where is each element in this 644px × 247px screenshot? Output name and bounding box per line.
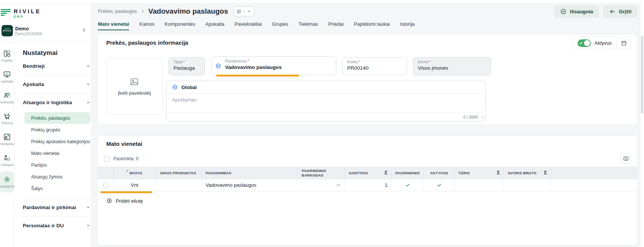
check-icon: [436, 183, 442, 188]
tab-istorija[interactable]: Istorija: [400, 19, 414, 30]
image-icon: [129, 77, 139, 87]
sidebar-item-mato-vienetai[interactable]: Mato vienetai: [23, 147, 90, 159]
tab-grupes[interactable]: Grupės: [272, 19, 288, 30]
matas-cell[interactable]: Vnt: [115, 179, 155, 191]
col-santykis[interactable]: SANTYKISΣ: [345, 167, 392, 179]
tab-priedai[interactable]: Priedai: [328, 19, 343, 30]
sidebar-group-personalas-ir-du[interactable]: Personalas ir DU: [23, 216, 90, 234]
calendar-button[interactable]: [617, 37, 631, 49]
pavadinimas-cell[interactable]: Vadovavimo paslaugos: [202, 179, 298, 191]
santykis-cell[interactable]: 1: [345, 179, 392, 191]
rail-item-apskaita[interactable]: Apskaita: [0, 67, 14, 87]
kodas-field[interactable]: Kodas* PR00140: [342, 57, 407, 75]
rail-item-pradzia[interactable]: Pradžia: [0, 46, 14, 66]
image-upload-dropzone[interactable]: Įkelti paveikslėlį: [106, 58, 162, 115]
calendar-icon: [621, 40, 627, 46]
sidebar-item-atsargu-zymos[interactable]: Atsargų žymos: [23, 171, 90, 183]
gear-icon: [3, 175, 11, 183]
check-icon: [405, 183, 411, 188]
rail-item-personalas[interactable]: Personalas: [0, 88, 14, 108]
columns-icon: [623, 156, 629, 161]
required-asterisk: *: [359, 60, 360, 64]
col-pagrindinis[interactable]: PAGRINDINIS: [392, 167, 424, 179]
sidebar-item-prekiu-apskaitos-kategorijos[interactable]: Prekių apskaitos kategorijos: [23, 136, 90, 147]
drag-handle-icon[interactable]: [336, 183, 341, 188]
sidebar-group-bendrieji[interactable]: Bendrieji: [23, 57, 90, 75]
col-svoris-bruto[interactable]: SVORIS BRUTOΣ: [504, 167, 551, 179]
required-asterisk: *: [247, 59, 249, 63]
barkodas-cell[interactable]: [298, 179, 345, 191]
sidebar-group-apskaita[interactable]: Apskaita: [23, 75, 90, 93]
rail-item-nustatymai[interactable]: Nustatymai: [0, 171, 14, 192]
sidebar-group-atsargos-ir-logistika[interactable]: Atsargos ir logistika: [23, 93, 90, 111]
board-chart-icon: [3, 70, 11, 78]
col-matas[interactable]: *MATAS: [115, 167, 155, 179]
variant-select[interactable]: -: [233, 6, 254, 16]
toggle-on-icon: [578, 39, 591, 47]
row-checkbox-cell: [98, 179, 115, 191]
page-title: Vadovavimo paslaugos: [148, 7, 228, 16]
description-language-row[interactable]: Global: [167, 81, 485, 94]
description-textarea[interactable]: Aprašymas: [167, 94, 485, 112]
scrollbar-thumb[interactable]: [641, 36, 643, 114]
row-checkbox[interactable]: [103, 182, 109, 188]
sigma-sum-icon[interactable]: Σ: [384, 170, 387, 176]
left-panel: RIVILE ERP RIVILE Demo Demo20240906: [0, 0, 92, 247]
tab-apskaita[interactable]: Apskaita: [205, 19, 224, 30]
pavadinimas-value: Vadovavimo paslaugos: [225, 64, 331, 70]
tab-mato-vienetai[interactable]: Mato vienetai: [98, 19, 129, 30]
divider: [144, 154, 144, 164]
col-pavadinimas[interactable]: PAVADINIMAS: [202, 167, 298, 179]
sidebar-item-partijos[interactable]: Partijos: [23, 159, 90, 171]
tab-komponentes[interactable]: Komponentės: [165, 19, 195, 30]
tipas-field[interactable]: Tipas* Paslauga: [168, 57, 205, 75]
sigma-sum-icon[interactable]: Σ: [497, 170, 500, 176]
resize-handle-icon[interactable]: [481, 113, 484, 120]
brand-sub: ERP: [14, 15, 41, 19]
active-toggle-label: Aktyvus: [594, 40, 612, 46]
select-all-checkbox[interactable]: [104, 156, 110, 162]
sidebar-item-salys[interactable]: Šalys: [23, 183, 90, 194]
aktyvus-cell[interactable]: [424, 179, 455, 191]
rail-item-pirkimai[interactable]: Pirkimai: [0, 109, 14, 128]
col-gpais-produktas[interactable]: GPAIS PRODUKTAS: [155, 167, 202, 179]
sidebar-group-pardavimai-ir-pirkimai[interactable]: Pardavimai ir pirkimai: [23, 198, 90, 216]
col-pagrindinis-barkodas[interactable]: PAGRINDINIS BARKODAS: [298, 167, 345, 179]
svoris-bruto-cell[interactable]: [504, 179, 551, 191]
required-asterisk: *: [183, 60, 185, 64]
tab-kainos[interactable]: Kainos: [139, 19, 154, 30]
tab-paveiksleliai[interactable]: Paveikslėliai: [235, 19, 262, 30]
sidebar-item-prekes-paslaugos[interactable]: Prekės, paslaugos: [24, 112, 90, 124]
rail-item-pardavimai[interactable]: Pardavimai: [0, 130, 14, 149]
column-settings-button[interactable]: [620, 153, 631, 164]
pagrindinis-cell[interactable]: [392, 179, 424, 191]
chevron-updown-icon: [82, 27, 86, 34]
sigma-sum-icon[interactable]: Σ: [544, 170, 547, 176]
imone-field[interactable]: Įmonė* Visos įmonės: [413, 57, 491, 75]
workspace-switcher[interactable]: RIVILE Demo Demo20240906: [2, 23, 88, 38]
sidebar-title: Nustatymai: [23, 49, 90, 57]
col-aktyvus[interactable]: AKTYVUS: [424, 167, 455, 179]
upload-label: Įkelti paveikslėlį: [118, 91, 151, 96]
rail-item-atsargos[interactable]: Atsargos: [0, 150, 14, 170]
back-button[interactable]: Grįžti: [603, 5, 638, 18]
pavadinimas-field[interactable]: Pavadinimas* Vadovavimo paslaugos: [211, 56, 336, 75]
tab-tiekimas[interactable]: Tiekimas: [298, 19, 318, 30]
char-counter: 0 / 2000: [463, 115, 478, 119]
gpais-cell[interactable]: [155, 179, 202, 191]
tab-papildomi-laukai[interactable]: Papildomi laukai: [354, 19, 390, 30]
saved-button[interactable]: Išsaugota: [554, 5, 599, 18]
app-window: RIVILE ERP RIVILE Demo Demo20240906: [0, 0, 644, 247]
add-row-button[interactable]: Pridėti eilutę: [106, 198, 143, 204]
arrow-left-icon: [609, 8, 616, 15]
col-filler: [551, 167, 637, 179]
circle-check-icon: [560, 8, 567, 15]
people-icon: [3, 91, 11, 99]
sidebar-item-prekiu-grupes[interactable]: Prekių grupės: [23, 124, 90, 136]
col-turis[interactable]: TŪRISΣ: [455, 167, 504, 179]
breadcrumb[interactable]: Prekės, paslaugos: [98, 9, 137, 14]
chevron-down-icon: [86, 64, 90, 68]
active-toggle[interactable]: Aktyvus: [573, 39, 617, 47]
page-scrollbar[interactable]: [640, 0, 644, 247]
turis-cell[interactable]: [455, 179, 504, 191]
